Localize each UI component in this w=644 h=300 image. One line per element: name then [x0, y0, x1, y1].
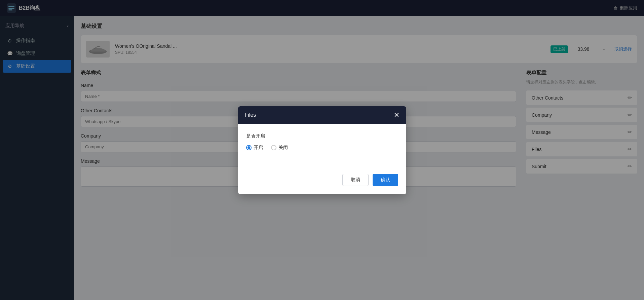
radio-group: 开启 关闭 [246, 145, 398, 151]
radio-circle-on [246, 145, 252, 150]
modal-overlay: Files ✕ 是否开启 开启 关闭 取消 确认 [0, 0, 644, 300]
dialog-cancel-button[interactable]: 取消 [342, 174, 369, 186]
dialog-header: Files ✕ [238, 106, 406, 124]
dialog-body: 是否开启 开启 关闭 [238, 124, 406, 160]
radio-label-off: 关闭 [278, 145, 288, 151]
dialog-title: Files [245, 112, 256, 118]
radio-option-off[interactable]: 关闭 [271, 145, 288, 151]
dialog-divider [238, 167, 406, 167]
files-dialog: Files ✕ 是否开启 开启 关闭 取消 确认 [238, 106, 406, 194]
radio-option-on[interactable]: 开启 [246, 145, 263, 151]
dialog-footer: 取消 确认 [238, 174, 406, 194]
dialog-question: 是否开启 [246, 133, 398, 139]
radio-label-on: 开启 [254, 145, 263, 151]
dialog-confirm-button[interactable]: 确认 [373, 174, 398, 186]
dialog-close-button[interactable]: ✕ [394, 112, 400, 118]
radio-circle-off [271, 145, 276, 150]
radio-dot-on [248, 146, 250, 149]
